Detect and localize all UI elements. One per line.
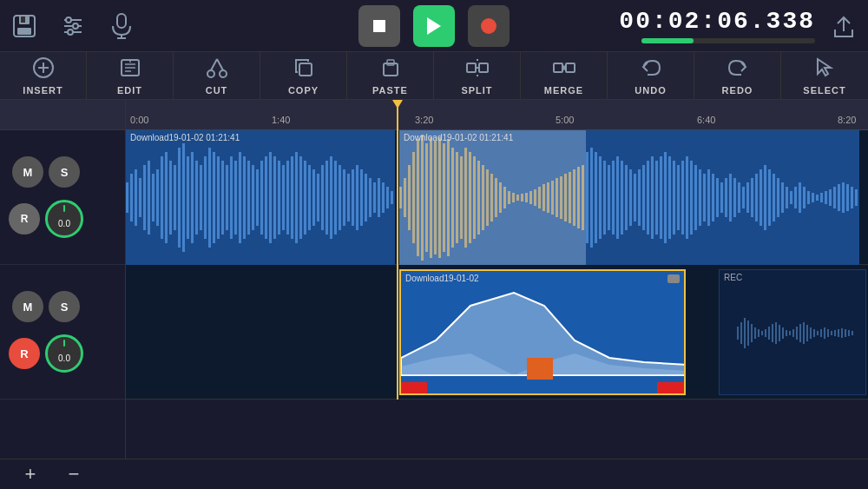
svg-rect-166 (664, 152, 667, 243)
svg-rect-189 (764, 165, 766, 230)
progress-bar (641, 38, 815, 43)
insert-label: INSERT (23, 85, 62, 96)
svg-rect-85 (308, 165, 311, 230)
svg-rect-61 (204, 156, 207, 239)
track2-clip1-handle[interactable] (667, 274, 680, 283)
track2: Download19-01-02 (126, 265, 868, 400)
svg-rect-201 (816, 195, 819, 201)
svg-rect-59 (195, 161, 198, 235)
copy-icon (293, 56, 315, 83)
svg-rect-60 (200, 165, 202, 230)
svg-rect-104 (391, 191, 393, 204)
svg-rect-228 (786, 330, 787, 336)
svg-rect-197 (799, 182, 801, 213)
playhead-ruler (397, 100, 398, 130)
play-button[interactable] (413, 5, 455, 47)
svg-rect-76 (269, 152, 272, 243)
track1-clip1-waveform (126, 130, 395, 265)
svg-rect-93 (343, 169, 345, 226)
mic-button[interactable] (106, 10, 137, 42)
svg-rect-209 (851, 187, 853, 208)
paste-button[interactable]: PASTE (347, 52, 434, 100)
timeline-ruler[interactable]: 0:00 1:40 3:20 5:00 6:40 8:20 (126, 100, 868, 130)
svg-rect-96 (356, 165, 358, 230)
svg-rect-58 (191, 152, 194, 243)
svg-rect-79 (282, 165, 285, 230)
svg-rect-241 (831, 331, 832, 335)
remove-track-button[interactable]: − (61, 461, 87, 487)
svg-rect-238 (820, 329, 822, 337)
track1-knob[interactable]: 0.0 (45, 200, 83, 238)
track2-clip1-waveform (401, 271, 686, 395)
svg-rect-224 (772, 324, 773, 342)
svg-rect-186 (751, 178, 753, 217)
share-button[interactable] (828, 10, 859, 42)
ruler-mark-5: 8:20 (838, 115, 856, 125)
edit-icon (119, 56, 141, 83)
svg-rect-82 (295, 152, 298, 243)
svg-rect-169 (677, 165, 680, 230)
track1-record-button[interactable]: R (9, 203, 40, 235)
svg-rect-45 (135, 169, 137, 226)
track1-mute-button[interactable]: M (12, 156, 43, 188)
track2-record-button[interactable]: R (9, 338, 40, 369)
redo-button[interactable]: REDO (694, 52, 781, 100)
svg-rect-87 (317, 174, 319, 221)
track2-clip1[interactable]: Download19-01-02 (399, 269, 686, 395)
svg-rect-210 (855, 189, 858, 206)
svg-rect-158 (629, 169, 632, 226)
svg-rect-77 (273, 156, 276, 239)
edit-button[interactable]: EDIT (87, 52, 174, 100)
svg-rect-202 (820, 193, 823, 202)
track2-solo-button[interactable]: S (49, 291, 80, 322)
stop-button[interactable] (358, 5, 400, 47)
timeline-ruler-spacer (0, 100, 125, 130)
track1-clip2[interactable]: Download19-01-02 01:21:41 (399, 130, 859, 265)
svg-rect-199 (807, 191, 810, 204)
split-button[interactable]: SPLIT (434, 52, 521, 100)
insert-button[interactable]: INSERT (0, 52, 87, 100)
svg-rect-171 (686, 156, 688, 239)
svg-rect-103 (386, 187, 389, 208)
svg-rect-53 (169, 161, 172, 235)
settings-button[interactable] (57, 10, 89, 42)
svg-rect-178 (716, 178, 719, 217)
svg-point-25 (220, 70, 227, 77)
svg-rect-227 (782, 327, 784, 339)
svg-rect-181 (729, 174, 732, 221)
track1-solo-button[interactable]: S (49, 156, 80, 188)
svg-rect-173 (694, 165, 697, 230)
svg-rect-163 (651, 156, 654, 239)
svg-rect-83 (299, 156, 302, 239)
svg-rect-31 (467, 63, 476, 72)
cut-button[interactable]: CUT (174, 52, 260, 100)
track1-clip2-label: Download19-01-02 01:21:41 (404, 133, 513, 142)
svg-rect-97 (360, 169, 363, 226)
track-controls: M S R 0.0 M S R (0, 100, 126, 459)
ruler-mark-2: 3:20 (415, 115, 433, 125)
svg-rect-233 (803, 322, 805, 344)
tracks-container: Download19-01-02 01:21:41 (126, 130, 868, 400)
svg-rect-95 (352, 169, 354, 226)
track2-rec-waveform (720, 270, 866, 395)
track1-clip1-label: Download19-01-02 01:21:41 (130, 133, 240, 142)
track2-mute-button[interactable]: M (12, 291, 43, 322)
undo-button[interactable]: UNDO (608, 52, 694, 100)
svg-rect-49 (152, 174, 155, 221)
track2-rec-clip[interactable]: REC (719, 269, 866, 395)
toolbar-left (9, 10, 358, 42)
select-button[interactable]: SELECT (781, 52, 868, 100)
svg-rect-245 (845, 329, 846, 337)
save-button[interactable] (9, 10, 40, 42)
svg-rect-91 (334, 161, 337, 235)
time-display: 00:02:06.338 (619, 8, 815, 35)
track1-clip1[interactable]: Download19-01-02 01:21:41 (126, 130, 395, 265)
track2-knob[interactable]: 0.0 (45, 334, 83, 373)
add-track-button[interactable]: + (17, 461, 43, 487)
svg-rect-63 (213, 152, 215, 243)
copy-button[interactable]: COPY (260, 52, 347, 100)
merge-button[interactable]: MERGE (521, 52, 608, 100)
record-button[interactable] (468, 5, 510, 47)
svg-rect-10 (117, 14, 126, 28)
svg-rect-218 (751, 324, 753, 342)
